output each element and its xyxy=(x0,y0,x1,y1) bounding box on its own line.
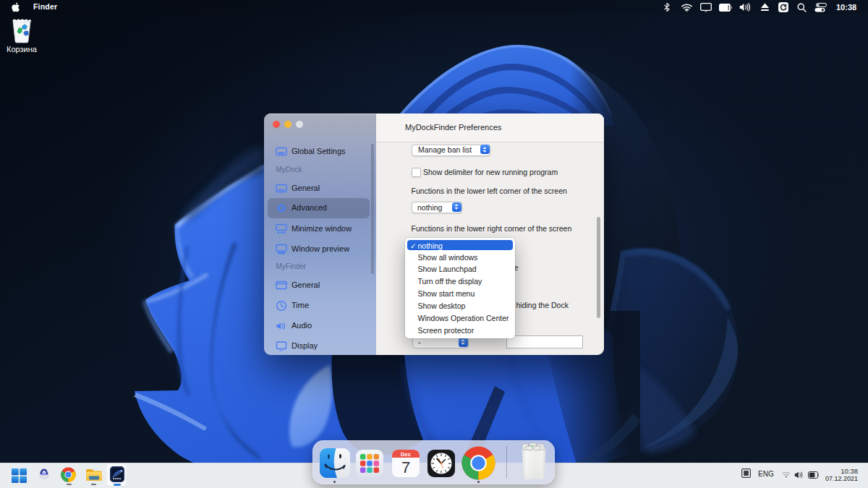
svg-text:7: 7 xyxy=(401,458,410,476)
svg-text:Dec: Dec xyxy=(401,451,411,458)
